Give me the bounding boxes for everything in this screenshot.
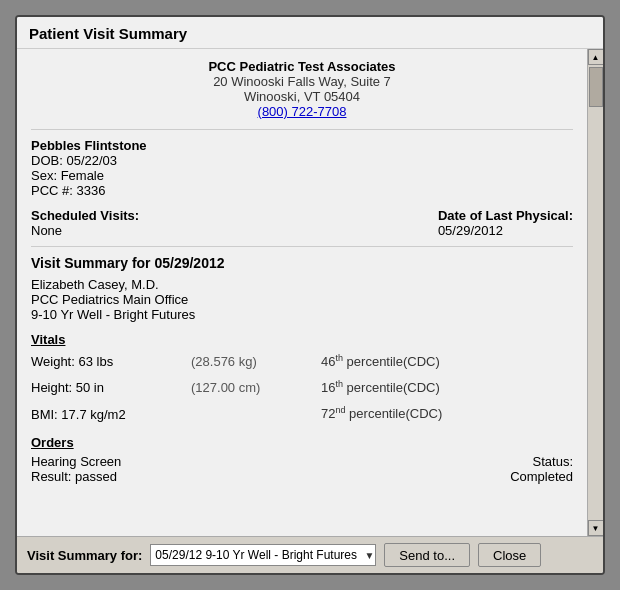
last-physical-right: Date of Last Physical: 05/29/2012 (438, 208, 573, 238)
patient-pcc: PCC #: 3336 (31, 183, 573, 198)
order-result-value: passed (75, 469, 117, 484)
visits-divider (31, 246, 573, 247)
scrollbar-up-button[interactable]: ▲ (588, 49, 604, 65)
sex-label: Sex: (31, 168, 57, 183)
visit-summary-section: Visit Summary for 05/29/2012 Elizabeth C… (31, 255, 573, 322)
order-status-label: Status: (510, 454, 573, 469)
vital-row-height: Height: 50 in (127.00 cm) 16th percentil… (31, 377, 573, 399)
vital-height-percentile: 16th percentile(CDC) (321, 377, 440, 399)
dialog-body: PCC Pediatric Test Associates 20 Winoosk… (17, 49, 603, 536)
visit-select[interactable]: 05/29/12 9-10 Yr Well - Bright Futures (150, 544, 376, 566)
patient-info: Pebbles Flintstone DOB: 05/22/03 Sex: Fe… (31, 138, 573, 198)
orders-title: Orders (31, 435, 573, 450)
vitals-title: Vitals (31, 332, 573, 347)
last-physical-value: 05/29/2012 (438, 223, 573, 238)
vital-height-label: Height: 50 in (31, 378, 191, 399)
sex-value: Female (61, 168, 104, 183)
vital-bmi-percentile: 72nd percentile(CDC) (321, 403, 442, 425)
order-left: Hearing Screen Result: passed (31, 454, 121, 484)
dialog-footer: Visit Summary for: 05/29/12 9-10 Yr Well… (17, 536, 603, 573)
dob-value: 05/22/03 (66, 153, 117, 168)
scrollbar-thumb[interactable] (589, 67, 603, 107)
order-status: Status: Completed (510, 454, 573, 484)
scheduled-visits-label: Scheduled Visits: (31, 208, 139, 223)
pcc-value: 3336 (77, 183, 106, 198)
header-divider (31, 129, 573, 130)
order-result-label: Result: (31, 469, 71, 484)
doctor-info: Elizabeth Casey, M.D. PCC Pediatrics Mai… (31, 277, 573, 322)
patient-sex: Sex: Female (31, 168, 573, 183)
practice-header: PCC Pediatric Test Associates 20 Winoosk… (31, 59, 573, 119)
order-result: Result: passed (31, 469, 121, 484)
orders-section: Orders Hearing Screen Result: passed Sta… (31, 435, 573, 484)
scheduled-visits-value: None (31, 223, 139, 238)
practice-phone: (800) 722-7708 (31, 104, 573, 119)
order-name: Hearing Screen (31, 454, 121, 469)
pcc-label: PCC #: (31, 183, 73, 198)
vital-row-bmi: BMI: 17.7 kg/m2 72nd percentile(CDC) (31, 403, 573, 425)
vital-row-weight: Weight: 63 lbs (28.576 kg) 46th percenti… (31, 351, 573, 373)
practice-address2: Winooski, VT 05404 (31, 89, 573, 104)
patient-dob: DOB: 05/22/03 (31, 153, 573, 168)
vital-height-metric: (127.00 cm) (191, 378, 321, 399)
scheduled-visits-left: Scheduled Visits: None (31, 208, 139, 238)
send-to-button[interactable]: Send to... (384, 543, 470, 567)
patient-visit-summary-dialog: Patient Visit Summary PCC Pediatric Test… (15, 15, 605, 575)
last-physical-label: Date of Last Physical: (438, 208, 573, 223)
order-row: Hearing Screen Result: passed Status: Co… (31, 454, 573, 484)
scroll-content: PCC Pediatric Test Associates 20 Winoosk… (17, 49, 587, 536)
visit-select-wrapper[interactable]: 05/29/12 9-10 Yr Well - Bright Futures ▼ (150, 544, 376, 566)
order-status-value: Completed (510, 469, 573, 484)
practice-address1: 20 Winooski Falls Way, Suite 7 (31, 74, 573, 89)
practice-name: PCC Pediatric Test Associates (31, 59, 573, 74)
dialog-title: Patient Visit Summary (17, 17, 603, 49)
close-button[interactable]: Close (478, 543, 541, 567)
doctor-name: Elizabeth Casey, M.D. (31, 277, 573, 292)
vital-weight-percentile: 46th percentile(CDC) (321, 351, 440, 373)
scrollbar-down-button[interactable]: ▼ (588, 520, 604, 536)
scheduled-visits-section: Scheduled Visits: None Date of Last Phys… (31, 208, 573, 238)
vital-weight-label: Weight: 63 lbs (31, 352, 191, 373)
visit-type: 9-10 Yr Well - Bright Futures (31, 307, 573, 322)
dob-label: DOB: (31, 153, 63, 168)
visit-summary-for-label: Visit Summary for: (27, 548, 142, 563)
vital-bmi-label: BMI: 17.7 kg/m2 (31, 405, 191, 426)
patient-name: Pebbles Flintstone (31, 138, 573, 153)
doctor-office: PCC Pediatrics Main Office (31, 292, 573, 307)
scrollbar-track[interactable]: ▲ ▼ (587, 49, 603, 536)
vitals-section: Vitals Weight: 63 lbs (28.576 kg) 46th p… (31, 332, 573, 425)
vital-weight-metric: (28.576 kg) (191, 352, 321, 373)
visit-summary-title: Visit Summary for 05/29/2012 (31, 255, 573, 271)
